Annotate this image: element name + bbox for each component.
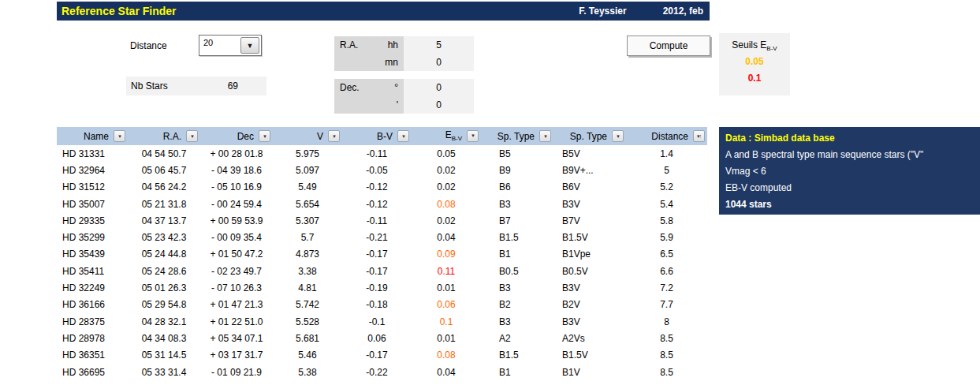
column-header-label: Sp. Type <box>570 131 607 142</box>
cell-sptype1: B6 <box>481 179 553 196</box>
cell-sptype1: B9 <box>481 162 553 178</box>
cell-bv: -0.05 <box>342 162 412 178</box>
filter-dropdown-icon[interactable]: ▾ <box>467 130 479 142</box>
ra-hh-input[interactable]: 5 <box>404 36 474 54</box>
dec-min-unit: ' <box>397 99 398 110</box>
ra-mn-unit: mn <box>385 57 398 68</box>
table-row: HD 3541105 24 28.6- 02 23 49.73.38-0.170… <box>57 263 707 279</box>
cell-bv: -0.18 <box>342 297 412 313</box>
cell-sptype1: B5 <box>481 145 553 162</box>
cell-bv: -0.21 <box>342 229 412 245</box>
column-header-dec: Dec▾ <box>200 127 273 145</box>
cell-sptype2: B7V <box>553 212 626 229</box>
cell-name: HD 31331 <box>57 145 128 162</box>
dec-label-cell: Dec. ° <box>334 79 404 96</box>
filter-dropdown-icon[interactable]: ▾ <box>328 130 340 142</box>
column-header-label: Sp. Type <box>497 131 535 142</box>
filter-dropdown-icon[interactable]: ▾ <box>259 130 270 142</box>
cell-ra: 05 24 28.6 <box>128 263 200 279</box>
filter-sorted-ascending-icon[interactable]: ▾↑ <box>693 130 705 142</box>
cell-ebv: 0.08 <box>412 196 481 212</box>
seuil-threshold-2[interactable]: 0.1 <box>719 73 790 84</box>
cell-ra: 04 34 08.3 <box>128 330 200 346</box>
cell-ra: 05 01 26.3 <box>128 279 200 296</box>
info-line-ebv: EB-V computed <box>725 180 980 196</box>
cell-sptype2: B0.5V <box>553 263 626 279</box>
cell-v: 5.307 <box>273 212 342 229</box>
ra-hh-row: R.A. hh 5 <box>334 36 474 54</box>
cell-ra: 04 54 50.7 <box>128 145 200 162</box>
cell-dec: + 01 47 21.3 <box>200 297 273 313</box>
cell-bv: -0.19 <box>342 279 412 296</box>
dec-deg-input[interactable]: 0 <box>404 79 474 96</box>
cell-ra: 05 24 44.8 <box>128 246 200 263</box>
dec-min-input[interactable]: 0 <box>404 96 474 114</box>
cell-dec: - 00 24 59.4 <box>200 196 273 212</box>
distance-dropdown-value: 20 <box>203 38 213 47</box>
simbad-info-box: Data : Simbad data base A and B spectral… <box>719 127 980 215</box>
cell-sptype1: B0.5 <box>481 263 553 279</box>
ra-group: R.A. hh 5 mn 0 <box>334 36 474 71</box>
cell-v: 5.46 <box>273 347 342 364</box>
date-label: 2012, feb <box>663 6 703 17</box>
cell-sptype2: B2V <box>553 297 626 313</box>
table-row: HD 3133104 54 50.7+ 00 28 01.85.975-0.11… <box>57 145 707 162</box>
ra-mn-label-cell: mn <box>334 54 404 71</box>
cell-sptype2: B9V+... <box>553 162 626 178</box>
seuils-label: Seuils EB-V <box>719 33 790 52</box>
cell-bv: -0.1 <box>342 313 412 330</box>
info-line-spectral: A and B spectral type main sequence star… <box>725 147 980 163</box>
cell-ebv: 0.02 <box>412 179 481 196</box>
ra-mn-row: mn 0 <box>334 54 474 71</box>
distance-dropdown[interactable]: 20 ▼ <box>199 35 262 56</box>
cell-ra: 04 56 24.2 <box>128 179 200 196</box>
column-header-label: Name <box>84 131 109 142</box>
cell-dec: - 02 23 49.7 <box>200 263 273 279</box>
cell-v: 5.681 <box>273 330 342 346</box>
cell-distance: 5.8 <box>626 212 707 229</box>
title-bar: Reference Star Finder F. Teyssier 2012, … <box>57 2 710 21</box>
seuil-threshold-1[interactable]: 0.05 <box>719 56 790 67</box>
cell-v: 5.7 <box>273 229 342 245</box>
cell-sptype1: B3 <box>481 313 553 330</box>
cell-name: HD 32249 <box>57 279 128 296</box>
cell-ra: 05 08 29.2 <box>128 380 200 385</box>
cell-sptype1: B1.5 <box>481 229 553 245</box>
cell-v: 5.742 <box>273 297 342 313</box>
cell-ebv: 0.09 <box>412 246 481 263</box>
cell-distance: 8.5 <box>626 364 707 380</box>
column-header-distance: Distance▾↑ <box>626 127 707 145</box>
cell-v: 5.528 <box>273 313 342 330</box>
cell-name: HD 36166 <box>57 297 128 313</box>
chevron-down-icon[interactable]: ▼ <box>240 37 259 54</box>
ra-mn-input[interactable]: 0 <box>404 54 474 71</box>
dec-deg-unit: ° <box>394 82 398 93</box>
dec-min-row: ' 0 <box>334 96 474 114</box>
cell-ra: 05 21 31.8 <box>128 196 200 212</box>
cell-sptype2: B1Vpe <box>553 246 626 263</box>
cell-distance: 5.4 <box>626 196 707 212</box>
filter-dropdown-icon[interactable]: ▾ <box>397 130 409 142</box>
table-row: HD 3224905 01 26.3- 07 10 26.34.81-0.190… <box>57 279 707 296</box>
cell-name: HD 31512 <box>57 179 128 196</box>
cell-v: 5.38 <box>273 364 342 380</box>
cell-sptype1: B1 <box>481 364 553 380</box>
coordinates-panel: R.A. hh 5 mn 0 Dec. ° 0 <box>334 36 474 121</box>
cell-v: 5.78 <box>273 380 342 385</box>
dec-deg-row: Dec. ° 0 <box>334 79 474 96</box>
filter-dropdown-icon[interactable]: ▾ <box>539 130 551 142</box>
cell-sptype1: B8 <box>481 380 553 385</box>
compute-button[interactable]: Compute <box>627 36 710 56</box>
cell-sptype2: B8V <box>553 380 626 385</box>
cell-ra: 05 31 14.5 <box>128 347 200 364</box>
nb-stars-row: Nb Stars 69 <box>126 77 266 95</box>
cell-sptype1: B1.5 <box>481 347 553 364</box>
cell-ebv: 0.02 <box>412 212 481 229</box>
filter-dropdown-icon[interactable]: ▾ <box>612 130 624 142</box>
cell-name: HD 32964 <box>57 162 128 178</box>
cell-dec: + 01 50 47.2 <box>200 246 273 263</box>
cell-v: 4.873 <box>273 246 342 263</box>
seuils-label-sub: B-V <box>766 45 777 52</box>
filter-dropdown-icon[interactable]: ▾ <box>186 130 198 142</box>
filter-dropdown-icon[interactable]: ▾ <box>114 130 125 142</box>
